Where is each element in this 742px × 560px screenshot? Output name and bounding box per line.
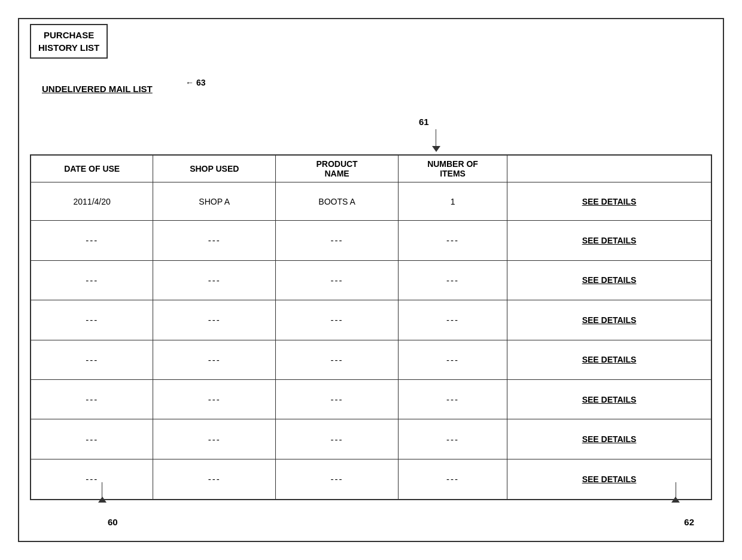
label-61: 61 xyxy=(419,117,429,127)
cell-shop: --- xyxy=(153,300,276,340)
cell-product: --- xyxy=(276,379,399,419)
cell-see-details[interactable]: SEE DETAILS xyxy=(507,340,711,379)
cell-date: --- xyxy=(31,221,153,260)
cell-date: --- xyxy=(31,300,153,340)
see-details-link[interactable]: SEE DETAILS xyxy=(582,275,637,285)
cell-product: BOOTS A xyxy=(276,182,399,221)
see-details-link[interactable]: SEE DETAILS xyxy=(582,315,637,325)
title-box: PURCHASE HISTORY LIST xyxy=(30,24,108,59)
cell-see-details[interactable]: SEE DETAILS xyxy=(507,221,711,260)
table-row: ------------SEE DETAILS xyxy=(31,419,711,459)
table-row: ------------SEE DETAILS xyxy=(31,260,711,300)
table-header-row: DATE OF USE SHOP USED PRODUCTNAME NUMBER… xyxy=(31,155,711,182)
cell-product: --- xyxy=(276,300,399,340)
label-63: ← 63 xyxy=(186,78,205,87)
table-row: 2011/4/20SHOP ABOOTS A1SEE DETAILS xyxy=(31,182,711,221)
arrow-61-head xyxy=(432,146,440,152)
cell-items: --- xyxy=(398,379,507,419)
col-header-date: DATE OF USE xyxy=(31,155,153,182)
cell-see-details[interactable]: SEE DETAILS xyxy=(507,419,711,459)
cell-items: --- xyxy=(398,459,507,500)
cell-shop: --- xyxy=(153,340,276,379)
cell-see-details[interactable]: SEE DETAILS xyxy=(507,260,711,300)
cell-items: --- xyxy=(398,221,507,260)
label-62: 62 xyxy=(684,517,694,527)
col-header-items: NUMBER OFITEMS xyxy=(398,155,507,182)
arrow-61-line xyxy=(436,129,436,147)
table-row: ------------SEE DETAILS xyxy=(31,300,711,340)
cell-shop: --- xyxy=(153,379,276,419)
cell-shop: --- xyxy=(153,419,276,459)
title-line1: PURCHASE xyxy=(44,30,94,40)
col-header-shop: SHOP USED xyxy=(153,155,276,182)
cell-shop: --- xyxy=(153,221,276,260)
cell-date: --- xyxy=(31,260,153,300)
cell-date: --- xyxy=(31,459,153,500)
cell-product: --- xyxy=(276,459,399,500)
arrow-62-head xyxy=(671,497,680,503)
cell-product: --- xyxy=(276,260,399,300)
cell-product: --- xyxy=(276,419,399,459)
cell-shop: SHOP A xyxy=(153,182,276,221)
cell-date: --- xyxy=(31,340,153,379)
cell-items: --- xyxy=(398,260,507,300)
cell-items: --- xyxy=(398,419,507,459)
cell-see-details[interactable]: SEE DETAILS xyxy=(507,300,711,340)
cell-shop: --- xyxy=(153,459,276,500)
cell-items: --- xyxy=(398,340,507,379)
cell-date: --- xyxy=(31,379,153,419)
cell-product: --- xyxy=(276,340,399,379)
purchase-history-table-container: DATE OF USE SHOP USED PRODUCTNAME NUMBER… xyxy=(30,154,712,500)
label-60: 60 xyxy=(108,517,118,527)
title-line2: HISTORY LIST xyxy=(38,42,99,53)
see-details-link[interactable]: SEE DETAILS xyxy=(582,474,637,484)
see-details-link[interactable]: SEE DETAILS xyxy=(582,236,637,245)
col-header-details xyxy=(507,155,711,182)
cell-see-details[interactable]: SEE DETAILS xyxy=(507,182,711,221)
see-details-link[interactable]: SEE DETAILS xyxy=(582,197,637,206)
purchase-history-table: DATE OF USE SHOP USED PRODUCTNAME NUMBER… xyxy=(30,154,712,500)
cell-date: --- xyxy=(31,419,153,459)
cell-shop: --- xyxy=(153,260,276,300)
table-row: ------------SEE DETAILS xyxy=(31,340,711,379)
arrow-60-head xyxy=(98,497,107,503)
cell-date: 2011/4/20 xyxy=(31,182,153,221)
cell-items: 1 xyxy=(398,182,507,221)
table-row: ------------SEE DETAILS xyxy=(31,379,711,419)
cell-see-details[interactable]: SEE DETAILS xyxy=(507,459,711,500)
see-details-link[interactable]: SEE DETAILS xyxy=(582,434,637,444)
cell-see-details[interactable]: SEE DETAILS xyxy=(507,379,711,419)
table-row: ------------SEE DETAILS xyxy=(31,459,711,500)
cell-items: --- xyxy=(398,300,507,340)
see-details-link[interactable]: SEE DETAILS xyxy=(582,355,637,364)
col-header-product: PRODUCTNAME xyxy=(276,155,399,182)
undelivered-mail-list-link[interactable]: UNDELIVERED MAIL LIST xyxy=(42,84,153,94)
cell-product: --- xyxy=(276,221,399,260)
see-details-link[interactable]: SEE DETAILS xyxy=(582,395,637,404)
table-row: ------------SEE DETAILS xyxy=(31,221,711,260)
